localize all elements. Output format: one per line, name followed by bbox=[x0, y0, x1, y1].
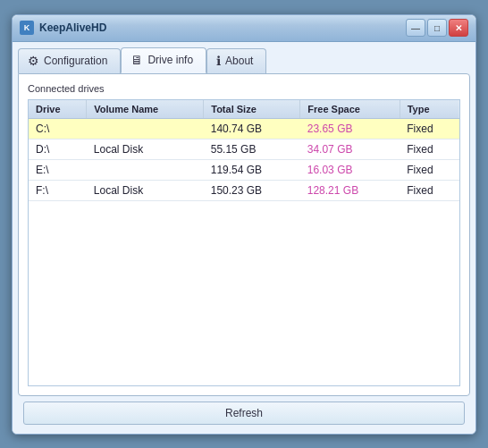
content-area: ⚙ Configuration 🖥 Drive info ℹ About Con… bbox=[13, 42, 475, 434]
tab-bar: ⚙ Configuration 🖥 Drive info ℹ About bbox=[18, 47, 470, 73]
cell-volume: Local Disk bbox=[87, 180, 204, 200]
tab-drive-info-label: Drive info bbox=[147, 54, 193, 66]
minimize-button[interactable]: — bbox=[406, 19, 425, 37]
cell-type: Fixed bbox=[400, 159, 459, 180]
maximize-button[interactable]: □ bbox=[427, 19, 447, 37]
cell-volume: Local Disk bbox=[87, 139, 204, 159]
cell-free: 128.21 GB bbox=[300, 180, 400, 200]
tab-about[interactable]: ℹ About bbox=[206, 48, 266, 73]
cell-volume bbox=[87, 159, 204, 180]
cell-type: Fixed bbox=[400, 180, 459, 200]
refresh-button[interactable]: Refresh bbox=[23, 402, 465, 425]
col-total: Total Size bbox=[204, 100, 300, 119]
tab-configuration-label: Configuration bbox=[44, 55, 107, 67]
table-header-row: Drive Volume Name Total Size Free Space … bbox=[29, 100, 459, 119]
cell-total: 55.15 GB bbox=[204, 139, 300, 159]
cell-total: 140.74 GB bbox=[204, 118, 300, 139]
app-icon: K bbox=[20, 21, 34, 35]
config-icon: ⚙ bbox=[28, 54, 39, 68]
drive-info-icon: 🖥 bbox=[130, 53, 143, 67]
table-row[interactable]: F:\Local Disk150.23 GB128.21 GBFixed bbox=[29, 180, 459, 200]
cell-drive: F:\ bbox=[29, 180, 87, 200]
refresh-bar: Refresh bbox=[18, 396, 470, 428]
cell-drive: C:\ bbox=[29, 118, 87, 139]
cell-type: Fixed bbox=[400, 139, 459, 159]
col-free: Free Space bbox=[300, 100, 400, 119]
cell-free: 23.65 GB bbox=[300, 118, 400, 139]
table-row[interactable]: D:\Local Disk55.15 GB34.07 GBFixed bbox=[29, 139, 459, 159]
cell-free: 16.03 GB bbox=[300, 159, 400, 180]
drive-info-panel: Connected drives Drive Volume Name Total… bbox=[18, 73, 470, 396]
col-drive: Drive bbox=[29, 100, 87, 119]
window-title: KeepAliveHD bbox=[39, 21, 406, 34]
cell-drive: D:\ bbox=[29, 139, 87, 159]
about-icon: ℹ bbox=[216, 54, 221, 68]
main-window: K KeepAliveHD — □ ✕ ⚙ Configuration 🖥 Dr… bbox=[12, 14, 476, 435]
cell-total: 150.23 GB bbox=[204, 180, 300, 200]
col-type: Type bbox=[400, 100, 459, 119]
cell-type: Fixed bbox=[400, 118, 459, 139]
table-row[interactable]: C:\140.74 GB23.65 GBFixed bbox=[29, 118, 459, 139]
cell-free: 34.07 GB bbox=[300, 139, 400, 159]
drives-table: Drive Volume Name Total Size Free Space … bbox=[29, 100, 459, 201]
title-bar: K KeepAliveHD — □ ✕ bbox=[13, 15, 475, 42]
cell-drive: E:\ bbox=[29, 159, 87, 180]
window-controls: — □ ✕ bbox=[406, 19, 468, 37]
cell-total: 119.54 GB bbox=[204, 159, 300, 180]
close-button[interactable]: ✕ bbox=[449, 19, 468, 37]
tab-about-label: About bbox=[225, 55, 253, 67]
connected-drives-label: Connected drives bbox=[28, 83, 460, 94]
tab-drive-info[interactable]: 🖥 Drive info bbox=[121, 47, 206, 73]
drives-table-container: Drive Volume Name Total Size Free Space … bbox=[28, 99, 460, 386]
table-row[interactable]: E:\119.54 GB16.03 GBFixed bbox=[29, 159, 459, 180]
col-volume: Volume Name bbox=[87, 100, 204, 119]
tab-configuration[interactable]: ⚙ Configuration bbox=[18, 48, 121, 73]
cell-volume bbox=[87, 118, 204, 139]
